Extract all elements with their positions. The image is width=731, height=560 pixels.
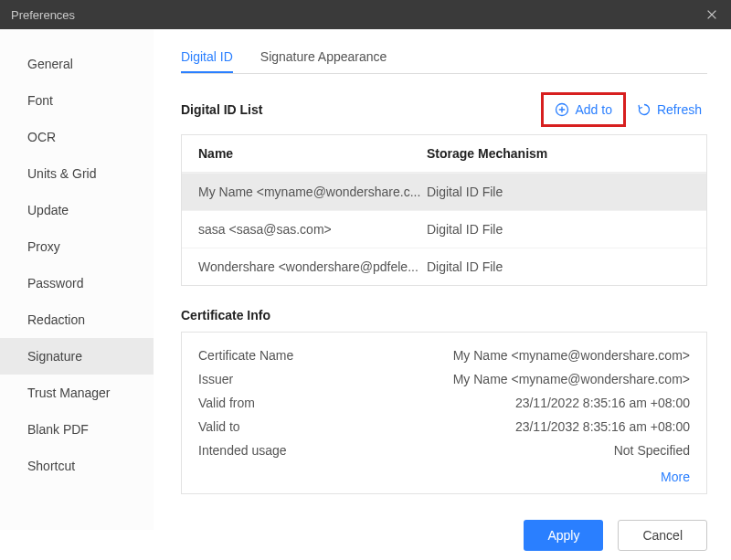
certificate-info-box: Certificate Name My Name <myname@wonders… xyxy=(181,332,707,494)
cell-name: My Name <myname@wondershare.c... xyxy=(198,185,427,199)
table-row[interactable]: sasa <sasa@sas.com> Digital ID File xyxy=(182,210,706,248)
window-title: Preferences xyxy=(11,8,704,22)
column-header-name: Name xyxy=(198,146,427,161)
more-label: More xyxy=(661,470,690,484)
sidebar-item-ocr[interactable]: OCR xyxy=(0,119,154,155)
digital-id-list-title: Digital ID List xyxy=(181,102,541,117)
sidebar-item-label: Blank PDF xyxy=(27,422,89,437)
cert-label: Valid from xyxy=(198,396,427,410)
table-header-row: Name Storage Mechanism xyxy=(182,135,706,173)
dialog-footer: Apply Cancel xyxy=(154,512,731,560)
cert-value: My Name <myname@wondershare.com> xyxy=(427,348,690,363)
cert-label: Valid to xyxy=(198,419,427,434)
column-header-storage: Storage Mechanism xyxy=(427,146,690,161)
sidebar-item-label: Password xyxy=(27,276,83,291)
tab-label: Digital ID xyxy=(181,49,233,64)
sidebar-item-font[interactable]: Font xyxy=(0,82,154,119)
plus-circle-icon xyxy=(555,102,569,117)
preferences-sidebar: General Font OCR Units & Grid Update Pro… xyxy=(0,29,154,530)
cert-row: Intended usage Not Specified xyxy=(198,438,690,462)
sidebar-item-blank-pdf[interactable]: Blank PDF xyxy=(0,411,154,448)
sidebar-item-signature[interactable]: Signature xyxy=(0,338,154,375)
tab-bar: Digital ID Signature Appearance xyxy=(181,42,707,74)
cert-row: Issuer My Name <myname@wondershare.com> xyxy=(198,367,690,391)
sidebar-item-update[interactable]: Update xyxy=(0,192,154,228)
sidebar-item-general[interactable]: General xyxy=(0,46,154,82)
sidebar-item-units-grid[interactable]: Units & Grid xyxy=(0,155,154,192)
sidebar-item-label: Update xyxy=(27,203,69,217)
apply-button[interactable]: Apply xyxy=(524,520,603,551)
sidebar-item-label: Redaction xyxy=(27,312,85,327)
refresh-button[interactable]: Refresh xyxy=(631,99,707,121)
close-icon[interactable] xyxy=(704,6,720,23)
cell-storage: Digital ID File xyxy=(427,259,690,274)
sidebar-item-label: Font xyxy=(27,93,53,108)
certificate-info-title: Certificate Info xyxy=(181,308,707,322)
sidebar-item-label: Proxy xyxy=(27,239,60,254)
tab-signature-appearance[interactable]: Signature Appearance xyxy=(260,42,387,73)
refresh-label: Refresh xyxy=(657,102,702,117)
add-to-highlight: Add to xyxy=(541,92,625,127)
sidebar-item-label: Trust Manager xyxy=(27,386,111,400)
sidebar-item-shortcut[interactable]: Shortcut xyxy=(0,448,154,484)
cancel-button[interactable]: Cancel xyxy=(618,520,707,551)
cell-name: Wondershare <wondershare@pdfele... xyxy=(198,259,427,274)
apply-label: Apply xyxy=(547,528,579,543)
cert-row: Certificate Name My Name <myname@wonders… xyxy=(198,343,690,367)
sidebar-item-trust-manager[interactable]: Trust Manager xyxy=(0,375,154,411)
table-row[interactable]: My Name <myname@wondershare.c... Digital… xyxy=(182,173,706,210)
table-row[interactable]: Wondershare <wondershare@pdfele... Digit… xyxy=(182,248,706,285)
cert-value: My Name <myname@wondershare.com> xyxy=(427,372,690,386)
cert-label: Intended usage xyxy=(198,443,427,458)
refresh-icon xyxy=(637,102,652,117)
tab-label: Signature Appearance xyxy=(260,49,387,64)
cert-value: 23/11/2022 8:35:16 am +08:00 xyxy=(427,396,690,410)
cert-value: Not Specified xyxy=(427,443,690,458)
cert-row: Valid from 23/11/2022 8:35:16 am +08:00 xyxy=(198,391,690,415)
sidebar-item-label: Units & Grid xyxy=(27,166,96,181)
tab-digital-id[interactable]: Digital ID xyxy=(181,42,233,73)
cert-label: Certificate Name xyxy=(198,348,427,363)
sidebar-item-redaction[interactable]: Redaction xyxy=(0,301,154,338)
sidebar-item-label: General xyxy=(27,57,73,71)
cell-name: sasa <sasa@sas.com> xyxy=(198,222,427,237)
main-panel: Digital ID Signature Appearance Digital … xyxy=(154,29,731,530)
more-link[interactable]: More xyxy=(198,462,690,484)
sidebar-item-label: Signature xyxy=(27,349,82,364)
cell-storage: Digital ID File xyxy=(427,222,690,237)
cancel-label: Cancel xyxy=(642,528,683,543)
digital-id-list-header: Digital ID List Add to Refresh xyxy=(181,92,707,127)
sidebar-item-password[interactable]: Password xyxy=(0,265,154,301)
sidebar-item-label: OCR xyxy=(27,130,56,144)
sidebar-item-proxy[interactable]: Proxy xyxy=(0,228,154,265)
add-to-label: Add to xyxy=(575,102,611,117)
digital-id-table: Name Storage Mechanism My Name <myname@w… xyxy=(181,134,707,286)
cert-row: Valid to 23/11/2032 8:35:16 am +08:00 xyxy=(198,415,690,438)
sidebar-item-label: Shortcut xyxy=(27,459,75,473)
cert-label: Issuer xyxy=(198,372,427,386)
cert-value: 23/11/2032 8:35:16 am +08:00 xyxy=(427,419,690,434)
cell-storage: Digital ID File xyxy=(427,185,690,199)
window-titlebar: Preferences xyxy=(0,0,731,29)
add-to-button[interactable]: Add to xyxy=(546,97,620,122)
